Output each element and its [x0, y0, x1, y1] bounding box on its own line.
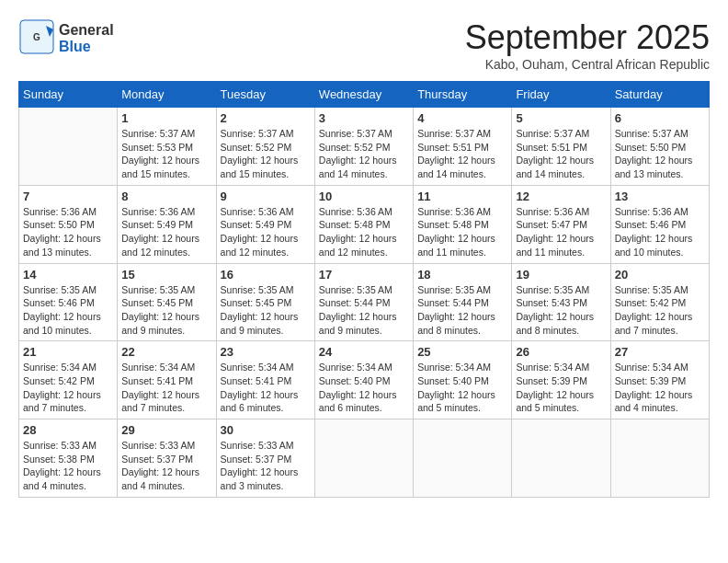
day-number: 11 [417, 190, 507, 203]
day-info: Sunrise: 5:34 AM Sunset: 5:42 PM Dayligh… [23, 361, 113, 415]
day-info: Sunrise: 5:35 AM Sunset: 5:42 PM Dayligh… [615, 283, 705, 338]
calendar: SundayMondayTuesdayWednesdayThursdayFrid… [18, 81, 710, 498]
calendar-cell: 4Sunrise: 5:37 AM Sunset: 5:51 PM Daylig… [414, 108, 512, 186]
calendar-cell: 30Sunrise: 5:33 AM Sunset: 5:37 PM Dayli… [216, 419, 314, 498]
day-number: 14 [23, 268, 113, 282]
day-header-sunday: Sunday [19, 82, 118, 108]
day-number: 19 [516, 268, 606, 282]
day-info: Sunrise: 5:37 AM Sunset: 5:51 PM Dayligh… [417, 127, 507, 181]
calendar-cell: 23Sunrise: 5:34 AM Sunset: 5:41 PM Dayli… [216, 341, 314, 419]
logo-text-general: General [59, 22, 114, 39]
day-info: Sunrise: 5:35 AM Sunset: 5:46 PM Dayligh… [23, 283, 113, 338]
calendar-cell: 13Sunrise: 5:36 AM Sunset: 5:46 PM Dayli… [610, 185, 709, 263]
day-info: Sunrise: 5:35 AM Sunset: 5:44 PM Dayligh… [417, 283, 507, 338]
calendar-cell: 20Sunrise: 5:35 AM Sunset: 5:42 PM Dayli… [610, 263, 709, 341]
calendar-cell: 6Sunrise: 5:37 AM Sunset: 5:50 PM Daylig… [610, 108, 709, 186]
calendar-cell: 28Sunrise: 5:33 AM Sunset: 5:38 PM Dayli… [19, 419, 118, 498]
calendar-cell: 17Sunrise: 5:35 AM Sunset: 5:44 PM Dayli… [314, 263, 413, 341]
day-number: 12 [516, 190, 606, 203]
day-number: 27 [615, 345, 705, 359]
calendar-cell: 24Sunrise: 5:34 AM Sunset: 5:40 PM Dayli… [314, 341, 413, 419]
calendar-cell: 19Sunrise: 5:35 AM Sunset: 5:43 PM Dayli… [512, 263, 610, 341]
day-number: 15 [121, 268, 211, 282]
day-number: 5 [516, 111, 606, 125]
calendar-cell: 10Sunrise: 5:36 AM Sunset: 5:48 PM Dayli… [314, 185, 413, 263]
day-header-friday: Friday [512, 82, 610, 108]
logo: G General Blue [18, 18, 114, 59]
calendar-cell: 26Sunrise: 5:34 AM Sunset: 5:39 PM Dayli… [512, 341, 610, 419]
day-header-monday: Monday [118, 82, 216, 108]
calendar-cell: 21Sunrise: 5:34 AM Sunset: 5:42 PM Dayli… [19, 341, 118, 419]
calendar-cell: 29Sunrise: 5:33 AM Sunset: 5:37 PM Dayli… [118, 419, 216, 498]
day-info: Sunrise: 5:36 AM Sunset: 5:50 PM Dayligh… [23, 205, 113, 259]
day-header-thursday: Thursday [414, 82, 512, 108]
day-info: Sunrise: 5:34 AM Sunset: 5:40 PM Dayligh… [417, 361, 507, 415]
logo-icon: G [18, 18, 55, 55]
day-header-tuesday: Tuesday [216, 82, 314, 108]
day-number: 10 [319, 190, 409, 203]
calendar-cell: 3Sunrise: 5:37 AM Sunset: 5:52 PM Daylig… [314, 108, 413, 186]
calendar-cell: 9Sunrise: 5:36 AM Sunset: 5:49 PM Daylig… [216, 185, 314, 263]
day-header-saturday: Saturday [610, 82, 709, 108]
day-number: 18 [417, 268, 507, 282]
day-number: 9 [221, 190, 311, 203]
day-number: 13 [615, 190, 705, 203]
day-number: 16 [221, 268, 311, 282]
day-number: 24 [319, 345, 409, 359]
day-info: Sunrise: 5:36 AM Sunset: 5:47 PM Dayligh… [516, 205, 606, 259]
calendar-cell: 14Sunrise: 5:35 AM Sunset: 5:46 PM Dayli… [19, 263, 118, 341]
day-info: Sunrise: 5:37 AM Sunset: 5:52 PM Dayligh… [319, 127, 409, 181]
day-number: 29 [121, 423, 211, 437]
day-number: 30 [221, 423, 311, 437]
day-number: 4 [417, 111, 507, 125]
day-info: Sunrise: 5:34 AM Sunset: 5:39 PM Dayligh… [615, 361, 705, 415]
day-number: 17 [319, 268, 409, 282]
location-subtitle: Kabo, Ouham, Central African Republic [465, 57, 710, 72]
calendar-cell: 12Sunrise: 5:36 AM Sunset: 5:47 PM Dayli… [512, 185, 610, 263]
day-info: Sunrise: 5:34 AM Sunset: 5:39 PM Dayligh… [516, 361, 606, 415]
calendar-cell: 16Sunrise: 5:35 AM Sunset: 5:45 PM Dayli… [216, 263, 314, 341]
calendar-cell [19, 108, 118, 186]
day-number: 25 [417, 345, 507, 359]
day-info: Sunrise: 5:34 AM Sunset: 5:40 PM Dayligh… [319, 361, 409, 415]
calendar-cell [610, 419, 709, 498]
day-info: Sunrise: 5:34 AM Sunset: 5:41 PM Dayligh… [221, 361, 311, 415]
day-info: Sunrise: 5:36 AM Sunset: 5:46 PM Dayligh… [615, 205, 705, 259]
calendar-cell [512, 419, 610, 498]
day-number: 3 [319, 111, 409, 125]
day-info: Sunrise: 5:34 AM Sunset: 5:41 PM Dayligh… [121, 361, 211, 415]
day-info: Sunrise: 5:35 AM Sunset: 5:43 PM Dayligh… [516, 283, 606, 338]
day-info: Sunrise: 5:33 AM Sunset: 5:37 PM Dayligh… [221, 439, 311, 493]
day-number: 21 [23, 345, 113, 359]
day-number: 6 [615, 111, 705, 125]
day-number: 23 [221, 345, 311, 359]
month-title: September 2025 [465, 18, 710, 57]
day-number: 22 [121, 345, 211, 359]
day-info: Sunrise: 5:37 AM Sunset: 5:52 PM Dayligh… [221, 127, 311, 181]
day-number: 26 [516, 345, 606, 359]
day-info: Sunrise: 5:36 AM Sunset: 5:48 PM Dayligh… [417, 205, 507, 259]
calendar-cell: 18Sunrise: 5:35 AM Sunset: 5:44 PM Dayli… [414, 263, 512, 341]
day-info: Sunrise: 5:35 AM Sunset: 5:45 PM Dayligh… [121, 283, 211, 338]
calendar-cell: 15Sunrise: 5:35 AM Sunset: 5:45 PM Dayli… [118, 263, 216, 341]
day-info: Sunrise: 5:35 AM Sunset: 5:44 PM Dayligh… [319, 283, 409, 338]
svg-text:G: G [33, 32, 40, 42]
day-info: Sunrise: 5:37 AM Sunset: 5:51 PM Dayligh… [516, 127, 606, 181]
day-info: Sunrise: 5:36 AM Sunset: 5:48 PM Dayligh… [319, 205, 409, 259]
calendar-cell: 11Sunrise: 5:36 AM Sunset: 5:48 PM Dayli… [414, 185, 512, 263]
calendar-cell: 5Sunrise: 5:37 AM Sunset: 5:51 PM Daylig… [512, 108, 610, 186]
day-info: Sunrise: 5:35 AM Sunset: 5:45 PM Dayligh… [221, 283, 311, 338]
day-info: Sunrise: 5:33 AM Sunset: 5:38 PM Dayligh… [23, 439, 113, 493]
calendar-cell: 8Sunrise: 5:36 AM Sunset: 5:49 PM Daylig… [118, 185, 216, 263]
day-header-wednesday: Wednesday [314, 82, 413, 108]
day-number: 2 [221, 111, 311, 125]
day-number: 1 [121, 111, 211, 125]
calendar-cell [414, 419, 512, 498]
day-info: Sunrise: 5:33 AM Sunset: 5:37 PM Dayligh… [121, 439, 211, 493]
calendar-cell: 22Sunrise: 5:34 AM Sunset: 5:41 PM Dayli… [118, 341, 216, 419]
calendar-cell: 27Sunrise: 5:34 AM Sunset: 5:39 PM Dayli… [610, 341, 709, 419]
calendar-cell: 7Sunrise: 5:36 AM Sunset: 5:50 PM Daylig… [19, 185, 118, 263]
day-info: Sunrise: 5:36 AM Sunset: 5:49 PM Dayligh… [221, 205, 311, 259]
day-number: 7 [23, 190, 113, 203]
day-info: Sunrise: 5:37 AM Sunset: 5:53 PM Dayligh… [121, 127, 211, 181]
